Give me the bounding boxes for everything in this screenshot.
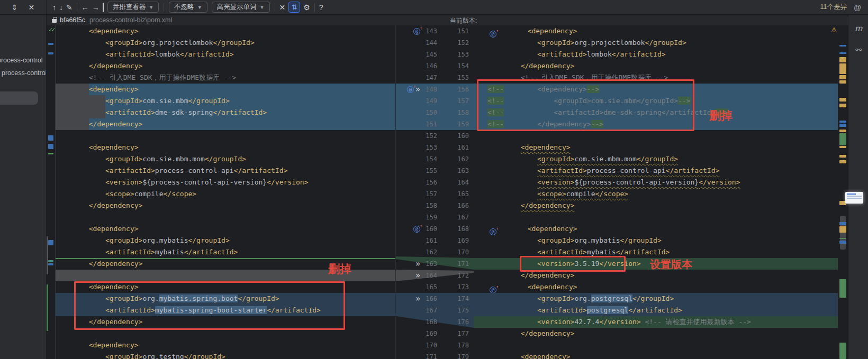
code-line: <version>${process-control-api-version}<… xyxy=(56,177,395,188)
gutter-row: 170178 xyxy=(396,339,474,351)
compare-file-icon[interactable] xyxy=(101,2,105,13)
code-line: <scope>compile</scope> xyxy=(474,188,838,200)
sidebar-item-file[interactable]: process-control xyxy=(0,57,42,64)
right-line-number: 155 xyxy=(451,74,472,81)
error-stripe-marker[interactable] xyxy=(839,124,846,127)
collapse-unchanged-icon[interactable]: ✕ xyxy=(278,2,287,13)
synchronize-scrolling-toggle[interactable]: ⇅ xyxy=(288,2,300,13)
forward-icon[interactable]: → xyxy=(91,2,101,13)
next-change-icon[interactable]: ↓ xyxy=(58,2,65,13)
scrollbar-thumb[interactable] xyxy=(840,216,846,250)
code-line: @ <dependency> xyxy=(474,281,838,293)
change-marker-icon[interactable]: @ xyxy=(413,226,420,233)
previous-change-icon[interactable]: ↑ xyxy=(51,2,58,13)
highlight-mode-dropdown[interactable]: 高亮显示单词 ▼ xyxy=(212,2,270,13)
diff-toolbar: ⇕ ✕ ↑ ↓ ✎ ← → 并排查看器 ▼ 不忽略 ▼ 高亮显示单词 ▼ ✕ ⇅… xyxy=(0,0,868,15)
gutter-row: 169177 xyxy=(396,328,474,339)
left-line-number: 167 xyxy=(420,307,437,314)
error-stripe-marker[interactable] xyxy=(839,104,846,107)
diff-viewer-window: ⇕ ✕ ↑ ↓ ✎ ← → 并排查看器 ▼ 不忽略 ▼ 高亮显示单词 ▼ ✕ ⇅… xyxy=(0,0,868,359)
error-stripe-marker[interactable] xyxy=(839,121,846,123)
error-stripe-marker[interactable] xyxy=(839,57,846,62)
vcs-change-marker xyxy=(48,135,53,141)
right-line-number: 168 xyxy=(451,225,472,233)
error-stripe-marker[interactable] xyxy=(839,63,846,74)
right-line-number: 171 xyxy=(451,260,472,268)
error-stripe-marker[interactable] xyxy=(839,130,846,132)
left-line-number: 156 xyxy=(420,179,437,186)
error-stripe-marker[interactable] xyxy=(839,155,846,158)
whitespace-dropdown[interactable]: 不忽略 ▼ xyxy=(169,2,207,13)
code-line: <dependency> xyxy=(474,142,838,153)
code-line xyxy=(474,339,838,351)
right-line-number: 178 xyxy=(451,342,472,349)
error-stripe-marker[interactable] xyxy=(839,98,846,102)
error-stripe-marker[interactable] xyxy=(839,226,846,233)
code-line: <groupId>com.sie.mbm.mom</groupId> xyxy=(474,153,838,165)
left-line-number: 146 xyxy=(420,62,437,70)
panel-close-icon[interactable]: ✕ xyxy=(27,2,37,13)
error-stripe-marker[interactable] xyxy=(839,52,846,54)
expand-all-icon[interactable]: ⇕ xyxy=(10,2,20,13)
error-stripe-marker[interactable] xyxy=(839,75,846,79)
right-line-number: 153 xyxy=(451,51,472,58)
error-stripe-marker[interactable] xyxy=(839,160,846,163)
left-line-number: 149 xyxy=(420,97,437,105)
gutter-row: @»148156 xyxy=(396,84,474,95)
ai-assistant-icon[interactable]: @ xyxy=(847,3,868,12)
change-marker-icon[interactable]: @ xyxy=(407,86,414,93)
chevron-down-icon: ▼ xyxy=(149,5,153,10)
gutter-row: 154162 xyxy=(396,153,474,165)
gear-icon[interactable]: ⚙ xyxy=(302,2,312,13)
right-line-number: 159 xyxy=(451,121,472,128)
back-icon[interactable]: ← xyxy=(80,2,91,13)
sidebar-selected-item[interactable] xyxy=(0,91,38,105)
vcs-change-marker xyxy=(48,260,53,262)
expand-fold-icon[interactable]: » xyxy=(415,86,420,93)
error-stripe-marker[interactable] xyxy=(839,80,846,84)
error-stripe-marker[interactable] xyxy=(839,133,846,145)
error-stripe-marker[interactable] xyxy=(839,146,846,148)
error-stripe-marker[interactable] xyxy=(839,279,846,298)
expand-fold-icon[interactable]: » xyxy=(415,295,420,302)
gutter-row: 145153 xyxy=(396,49,474,60)
current-version-label: 当前版本: xyxy=(450,16,477,25)
code-line: <dependency> xyxy=(56,84,395,95)
annotation-label-set-version: 设置版本 xyxy=(650,257,692,272)
left-line-number: 165 xyxy=(420,283,437,291)
left-line-number: 163 xyxy=(420,260,437,268)
whitespace-diff-block xyxy=(56,84,89,95)
right-code-pane[interactable]: @ <dependency> <groupId>org.projectlombo… xyxy=(474,25,838,359)
error-stripe-marker[interactable] xyxy=(839,343,846,359)
error-stripe-marker[interactable] xyxy=(839,238,846,239)
right-line-number: 170 xyxy=(451,248,472,256)
error-stripe-marker[interactable] xyxy=(839,45,846,47)
left-line-number: 159 xyxy=(420,214,437,221)
help-icon[interactable]: ? xyxy=(318,2,325,13)
gutter-row: 155163 xyxy=(396,165,474,177)
error-stripe-marker[interactable] xyxy=(839,241,846,244)
gutter-row: @143151 xyxy=(396,25,474,37)
sidebar-item-file[interactable]: process-control xyxy=(2,69,47,77)
maven-tool-icon[interactable]: m xyxy=(848,23,868,33)
python-packages-icon[interactable]: ⚯ xyxy=(848,45,868,54)
expand-fold-icon[interactable]: » xyxy=(415,260,420,268)
code-line: <!-- 引入DME-SDK，用于操作DME数据库 --> xyxy=(56,72,395,84)
gutter-row: 171179 xyxy=(396,351,474,359)
chevron-down-icon: ▼ xyxy=(260,5,265,10)
code-line: <artifactId>process-control-api</artifac… xyxy=(474,165,838,177)
expand-fold-icon[interactable]: » xyxy=(415,272,420,279)
code-line: </dependency> xyxy=(56,200,395,211)
gutter-row: 158166 xyxy=(396,200,474,211)
whitespace-diff-block xyxy=(56,95,105,107)
left-line-number: 160 xyxy=(420,225,437,233)
vcs-change-marker xyxy=(48,240,53,245)
right-tool-stripe: m ⚯ xyxy=(848,15,868,359)
error-stripe-marker[interactable] xyxy=(839,222,846,225)
inspection-warning-icon[interactable]: ⚠ xyxy=(831,26,837,34)
whitespace-label: 不忽略 xyxy=(174,3,194,12)
right-line-number: 175 xyxy=(451,307,472,314)
change-marker-icon[interactable]: @ xyxy=(413,28,420,35)
edit-source-icon[interactable]: ✎ xyxy=(65,2,74,13)
viewer-mode-dropdown[interactable]: 并排查看器 ▼ xyxy=(107,2,159,13)
